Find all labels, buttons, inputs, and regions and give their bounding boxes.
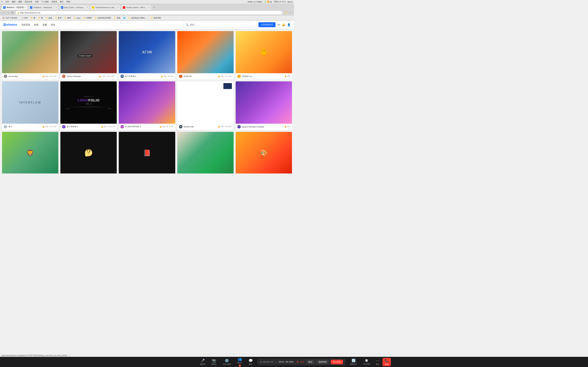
bookmark-project[interactable]: 📁 项目复盘·付费会... (127, 16, 147, 19)
bookmark-work[interactable]: 📁 work (73, 17, 81, 19)
tab-close-behance[interactable]: × (25, 6, 26, 9)
behance-logo-group: B ehance (3, 23, 17, 27)
search-box[interactable]: 🔍 (184, 22, 252, 28)
bookmark-pending[interactable]: 📁 待整理 (82, 16, 93, 19)
bookmark-progress[interactable]: 📁 进度 (113, 16, 121, 19)
search-input[interactable] (190, 24, 250, 26)
new-tab-button[interactable]: + (152, 5, 156, 10)
refresh-button[interactable]: ↻ (11, 11, 14, 14)
back-button[interactable]: ← (1, 11, 5, 14)
bookmark-docs[interactable]: 📁 文档&笔记&资料 (93, 16, 112, 19)
tab-close-tinkoff[interactable]: × (118, 6, 119, 9)
menu-history[interactable]: 历史记录 (25, 0, 32, 3)
gallery-item[interactable]: A rius Kindler 👍 469 👁 2.8千 (2, 31, 58, 79)
item-thumbnail: 📕 (119, 132, 175, 174)
settings-icon[interactable]: ⋯ (289, 11, 293, 14)
apple-menu[interactable]: ● (1, 0, 3, 3)
author-name: 多个所有者 ▾ (125, 75, 159, 78)
views-stat: 👁 2.4千 (225, 75, 232, 78)
menu-items[interactable]: ● 文件 编辑 视图 历史记录 书签 个人资料 标签页 窗口 帮助 (1, 0, 70, 3)
nav-for-you[interactable]: 为您呈现 (21, 23, 30, 26)
gallery-item[interactable]: B 👍 455 👁 3.7千 (177, 132, 233, 174)
item-stats: 👍 2.2千 👁 11.8千 (98, 75, 115, 78)
item-thumbnail (2, 31, 58, 73)
menu-tabs[interactable]: 标签页 (52, 0, 57, 3)
bookmarks-bar: 🏠 主页·飞书文档 📋 目录 📂 看 📁 用 📁 品鉴 📁 参考 📁 素材 (0, 16, 294, 20)
tab-yandex[interactable]: Y Yandex Station · Mini on Beha... × (121, 5, 152, 10)
bookmark-work-label: work (77, 17, 80, 19)
nav-jobs[interactable]: 职位 (51, 23, 55, 26)
views-stat: 👁 447 (168, 75, 173, 77)
menu-profile[interactable]: 个人资料 (41, 0, 49, 3)
system-icons: 🔋 📶 🔊 (264, 1, 272, 3)
other-icon: 📁 (151, 17, 153, 19)
network-speed: 4848/s 11.70MB/s (247, 1, 262, 3)
avatar: A (4, 125, 7, 128)
bookmark-globe[interactable]: 🌐 (122, 17, 127, 19)
tab-close-yandex[interactable]: × (148, 6, 150, 9)
gallery-item[interactable]: Logofolio · vol.1 LOGOFOLIO Vol. 1 2016 … (61, 81, 117, 130)
search-icon: 🔍 (185, 23, 189, 26)
views-stat: 👁 3.6千 (50, 125, 57, 128)
bookmark-pinjian[interactable]: 📁 品鉴 (44, 16, 53, 19)
likes-stat: 👍 134 (284, 125, 290, 128)
gallery-item[interactable]: INTERFLOW A 者 ▾ 👍 340 👁 3.6千 (2, 81, 58, 130)
notification-icon[interactable]: 🔔 (282, 23, 285, 26)
bookmark-reference[interactable]: 📁 参考 (54, 16, 63, 19)
forward-button[interactable]: → (6, 11, 10, 14)
work-icon: 📁 (74, 17, 76, 19)
use-icon: 📁 (38, 17, 41, 19)
url-input[interactable]: 🔒 https://www.behance.net (15, 11, 283, 15)
reference-icon: 📁 (55, 17, 57, 19)
menu-bookmarks[interactable]: 书签 (35, 0, 39, 3)
nav-live[interactable]: 直播 (43, 23, 47, 26)
gallery-item[interactable]: 🦁 L llowlion (Evgeniya Saprykina) 👍 528 … (2, 132, 58, 174)
tab-behance[interactable]: B Behance :: 为您呈现 × (1, 5, 28, 10)
menu-file[interactable]: 文件 (5, 0, 9, 3)
bookmark-use[interactable]: 📁 用 (37, 16, 44, 19)
avatar: M (62, 125, 66, 128)
avatar: D (121, 125, 124, 128)
avatar: I (237, 125, 241, 128)
bookmark-assets[interactable]: 📁 素材 (63, 16, 72, 19)
item-stats: 👍 469 👁 2.8千 (42, 75, 57, 78)
bookmark-directory[interactable]: 📋 目录 (20, 16, 29, 19)
gallery-item[interactable]: 🐥 G GRABIT Inc. 👍 326 (236, 31, 292, 79)
menu-help[interactable]: 帮助 (66, 0, 70, 3)
gallery-item[interactable]: 火门3D M 多个所有者 ▾ 👍 136 👁 447 (119, 31, 175, 79)
yieldland-favicon: B (30, 6, 32, 9)
gallery-item[interactable]: 📕 B (119, 132, 175, 174)
bookmark-other[interactable]: 📁 其他书签 (150, 16, 162, 19)
tab-beerqueen[interactable]: B Beer Queen · craft beer on Be... × (59, 5, 90, 10)
tab-yieldland[interactable]: B Yieldland — Advanced Crypto... × (28, 5, 59, 10)
menu-window[interactable]: 窗口 (60, 0, 64, 3)
author-name: ✦ DALKHAFINE ✦ (125, 125, 158, 128)
gallery-item[interactable]: I Ignacio Mendiburu Eliçabe 👍 134 (236, 81, 292, 130)
nav-discover[interactable]: 发现 (34, 23, 38, 26)
tooltip: Creative Gang® (78, 54, 92, 57)
nav-actions: 分享您的作品 ✉ 🔔 👤 (259, 22, 291, 27)
gallery-item[interactable]: Autonomous Car HMI Design a concept UXUI… (177, 81, 233, 130)
gallery-item[interactable]: D ✦ DALKHAFINE ✦ 👍 413 👁 1.8千 (119, 81, 175, 130)
user-avatar[interactable]: 👤 (287, 23, 291, 26)
gallery-item[interactable]: 🎨 I ILLO Studio 👍 492 (236, 132, 292, 174)
gallery-item[interactable]: Creative Gang® V Valery Cheplygin 👍 2.2千… (61, 31, 117, 79)
item-thumbnail: Creative Gang® (61, 31, 117, 73)
tab-tinkoff[interactable]: T Tinkoff Business on Behance × (90, 5, 121, 10)
mail-icon[interactable]: ✉ (277, 23, 280, 26)
menu-view[interactable]: 视图 (18, 0, 22, 3)
bookmark-home[interactable]: 🏠 主页·飞书文档 (1, 16, 18, 19)
item-thumbnail (236, 81, 292, 124)
item-stats: 👍 136 👁 447 (161, 75, 173, 77)
gallery-container: A rius Kindler 👍 469 👁 2.8千 Creative Gan… (0, 29, 294, 174)
tab-close-beerqueen[interactable]: × (86, 6, 88, 9)
menu-edit[interactable]: 编辑 (12, 0, 16, 3)
gallery-item[interactable]: J JUAN ER 👍 431 👁 2.4千 (177, 31, 233, 79)
extensions-icon[interactable]: ⚡ (284, 11, 288, 14)
likes-stat: 👍 2.2千 (98, 75, 106, 78)
bookmark-view[interactable]: 📂 看 (30, 16, 36, 19)
tab-close-yieldland[interactable]: × (56, 6, 57, 9)
author-name: Ignacio Mendiburu Eliçabe (242, 126, 283, 128)
share-button[interactable]: 分享您的作品 (259, 22, 276, 27)
gallery-item[interactable]: 🤔 A Angel Jose Rapu Araoz (61, 132, 117, 174)
